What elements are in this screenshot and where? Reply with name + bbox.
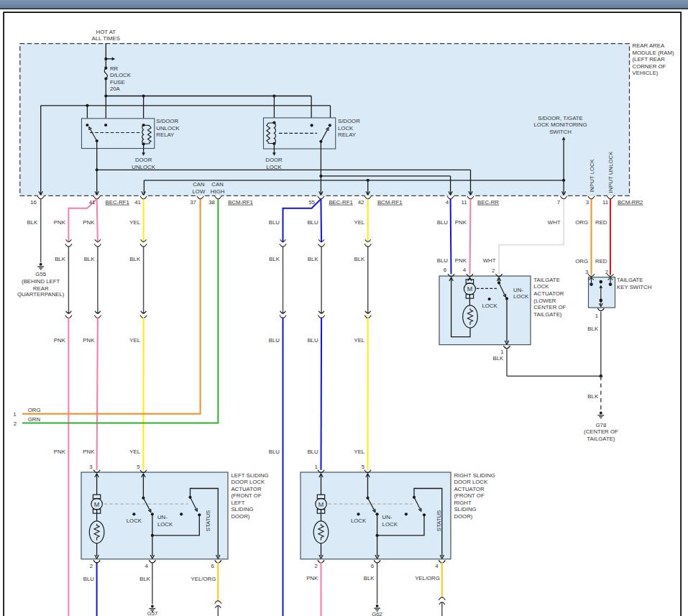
svg-text:BEC-RF1: BEC-RF1 [106,199,129,206]
svg-text:1: 1 [595,313,598,319]
svg-text:BLU: BLU [269,337,280,344]
svg-text:STATUS: STATUS [436,510,442,532]
svg-text:TAILGATE: TAILGATE [617,277,643,283]
svg-text:BLK: BLK [55,256,66,262]
svg-text:LOCK: LOCK [513,293,529,300]
svg-text:KEY SWITCH: KEY SWITCH [617,284,651,290]
svg-text:UN-: UN- [157,514,168,520]
svg-text:55: 55 [308,199,315,206]
svg-text:ORG: ORG [575,219,588,226]
svg-text:STATUS: STATUS [205,510,211,532]
svg-text:3: 3 [586,199,589,206]
svg-text:PNK: PNK [455,257,467,264]
svg-text:20A: 20A [110,86,121,92]
svg-text:BLU: BLU [307,337,318,344]
svg-text:ORG: ORG [575,258,588,265]
svg-text:11: 11 [602,199,608,206]
svg-text:D/LOCK: D/LOCK [110,72,132,78]
svg-text:5: 5 [362,464,365,470]
svg-text:BLK: BLK [27,219,38,226]
svg-text:SLIDING: SLIDING [231,506,253,512]
svg-text:ALL TIMES: ALL TIMES [92,35,120,42]
svg-text:G57: G57 [147,610,158,616]
svg-text:LOCK: LOCK [127,518,142,524]
svg-text:BLK: BLK [587,393,599,400]
svg-text:RELAY: RELAY [156,132,175,138]
svg-text:38: 38 [208,199,215,206]
svg-text:CORNER OF: CORNER OF [633,63,666,70]
svg-text:2: 2 [14,420,17,427]
svg-text:CENTER OF: CENTER OF [533,304,566,311]
svg-text:YEL: YEL [129,337,140,344]
svg-text:SLIDING: SLIDING [454,506,476,512]
svg-text:BLU: BLU [307,219,318,226]
svg-text:TAILGATE): TAILGATE) [587,436,615,442]
svg-text:11: 11 [461,199,467,206]
svg-text:LOCK: LOCK [351,518,367,524]
svg-text:M: M [318,501,324,508]
svg-text:YEL/ORG: YEL/ORG [415,575,440,581]
svg-text:DOOR: DOOR [265,157,283,163]
svg-text:1: 1 [13,411,16,418]
svg-text:6: 6 [444,267,446,273]
svg-text:4: 4 [435,563,439,569]
svg-text:PNK: PNK [54,337,66,344]
svg-text:RED: RED [595,219,607,226]
svg-text:BLK: BLK [587,326,599,332]
svg-text:UNLOCK: UNLOCK [156,125,180,132]
svg-text:BLU: BLU [437,257,449,264]
svg-text:LOCK: LOCK [482,303,497,309]
svg-text:ORG: ORG [28,407,41,413]
svg-text:YEL: YEL [354,219,364,226]
svg-text:PNK: PNK [54,449,66,455]
svg-text:UNLOCK: UNLOCK [132,164,155,170]
svg-text:2: 2 [90,563,93,569]
svg-text:4: 4 [145,563,149,569]
svg-text:DOOR: DOOR [135,157,152,163]
svg-text:(CENTER OF: (CENTER OF [584,428,618,435]
svg-text:BLK: BLK [364,575,375,581]
svg-text:6: 6 [211,563,214,569]
svg-text:RELAY: RELAY [338,132,357,138]
svg-text:BEC-RR: BEC-RR [477,199,499,206]
svg-text:PNK: PNK [83,337,95,344]
svg-text:S/DOOR: S/DOOR [156,118,178,124]
svg-text:BLK: BLK [354,256,365,262]
svg-text:PNK: PNK [83,449,95,455]
svg-text:HIGH: HIGH [211,188,225,195]
svg-text:G62: G62 [372,611,382,616]
svg-text:FUSE: FUSE [110,79,125,86]
svg-text:6: 6 [371,563,374,569]
svg-text:BLU: BLU [269,449,280,455]
svg-text:3: 3 [585,269,588,275]
svg-text:G55: G55 [35,271,46,277]
svg-text:BCM-RF1: BCM-RF1 [377,199,403,206]
svg-text:DOOR LOCK: DOOR LOCK [454,479,488,485]
svg-text:RED: RED [595,258,607,265]
svg-text:16: 16 [30,199,37,206]
svg-text:DOOR LOCK: DOOR LOCK [231,479,265,485]
svg-text:M: M [94,501,100,508]
svg-text:LOCK: LOCK [157,521,173,528]
svg-text:LOW: LOW [193,188,206,195]
svg-text:7: 7 [557,199,560,206]
svg-text:LEFT: LEFT [231,500,244,506]
svg-text:1: 1 [315,464,318,470]
svg-text:BLU: BLU [83,576,95,582]
svg-text:BLU: BLU [437,219,449,226]
svg-text:41: 41 [134,199,141,206]
svg-text:LOCK: LOCK [338,125,354,132]
svg-text:TAILGATE: TAILGATE [533,277,560,283]
svg-text:PNK: PNK [83,219,95,226]
svg-text:M: M [467,285,473,293]
svg-text:LOCK: LOCK [266,164,282,170]
svg-text:42: 42 [358,199,364,206]
svg-text:ACTUATOR: ACTUATOR [454,486,485,492]
svg-text:PNK: PNK [54,219,66,226]
svg-text:RIGHT: RIGHT [454,500,471,506]
svg-text:BLK: BLK [308,256,319,262]
svg-text:5: 5 [137,464,140,470]
svg-text:(FRONT OF: (FRONT OF [454,492,485,499]
svg-text:REAR AREA: REAR AREA [633,42,665,49]
svg-text:CAN: CAN [211,181,223,188]
